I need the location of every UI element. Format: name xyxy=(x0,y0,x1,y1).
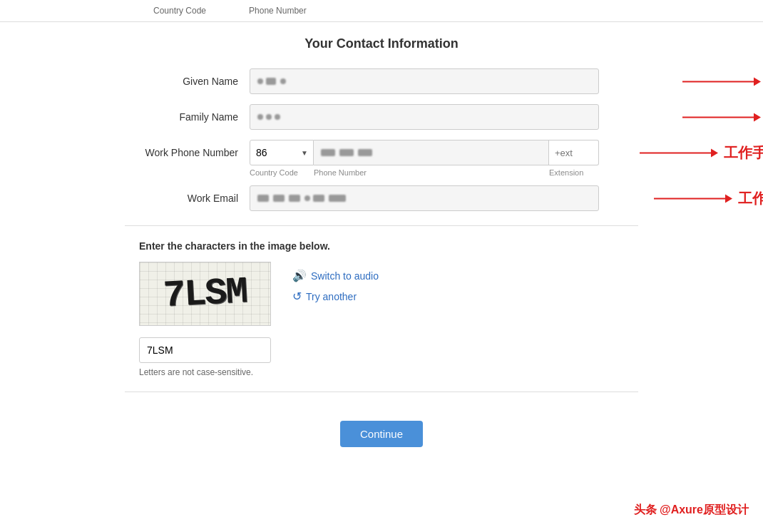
blur-dot-4 xyxy=(266,114,272,120)
email-blur-5 xyxy=(313,195,324,202)
sublabel-ext: Extension xyxy=(549,168,599,177)
arrow-line-phone xyxy=(640,148,718,157)
given-name-annotation: 名字 xyxy=(682,72,763,91)
captcha-text-display: 7LSM xyxy=(163,270,248,317)
audio-icon: 🔊 xyxy=(292,269,307,282)
arrow-head-family xyxy=(754,113,761,121)
work-email-label: Work Email xyxy=(125,193,250,204)
arrow-head-phone xyxy=(711,148,718,157)
family-name-annotation: 姓氏 xyxy=(682,108,763,127)
blur-dot-1 xyxy=(257,78,263,84)
try-another-link[interactable]: ↺ Try another xyxy=(292,290,379,303)
work-phone-annotation-text: 工作手机号 xyxy=(724,143,763,163)
phone-blur-2 xyxy=(339,149,354,156)
family-name-row: Family Name 姓氏 xyxy=(125,104,638,130)
watermark: 头条 @Axure原型设计 xyxy=(634,503,749,518)
arrow-head-given xyxy=(754,77,761,86)
captcha-image: 7LSM xyxy=(139,262,271,326)
email-blur-1 xyxy=(257,195,269,202)
family-name-label: Family Name xyxy=(125,111,250,123)
phone-sublabels: Country Code Phone Number Extension xyxy=(250,168,599,177)
blur-dot-5 xyxy=(275,114,280,120)
bottom-divider xyxy=(125,392,638,392)
captcha-input[interactable] xyxy=(139,337,271,363)
work-email-annotation-text: 工作邮箱 xyxy=(738,189,763,208)
email-blur-6 xyxy=(329,195,346,202)
switch-audio-label: Switch to audio xyxy=(311,270,379,282)
continue-button[interactable]: Continue xyxy=(340,421,423,447)
blur-rect-1 xyxy=(266,78,276,85)
given-name-input-display[interactable] xyxy=(250,68,599,94)
country-code-select[interactable]: 86 1 44 xyxy=(250,140,314,165)
work-email-input-display[interactable] xyxy=(250,185,599,211)
captcha-input-row xyxy=(139,337,638,363)
phone-blur-1 xyxy=(321,149,335,156)
work-email-row: Work Email 工作邮箱 xyxy=(125,185,638,211)
arrow-body-family xyxy=(682,116,754,118)
switch-to-audio-link[interactable]: 🔊 Switch to audio xyxy=(292,269,379,282)
try-another-label: Try another xyxy=(306,291,357,302)
continue-row: Continue xyxy=(125,406,638,454)
page-wrapper: Country Code Phone Number Your Contact I… xyxy=(0,0,763,532)
arrow-line-email xyxy=(654,194,732,203)
bottom-section: Continue xyxy=(125,392,638,454)
sublabel-phone: Phone Number xyxy=(314,168,549,177)
captcha-actions: 🔊 Switch to audio ↺ Try another xyxy=(292,262,379,303)
blur-dot-3 xyxy=(257,114,263,120)
phone-header: Country Code Phone Number xyxy=(0,0,763,22)
blur-dot-2 xyxy=(280,78,286,84)
given-name-row: Given Name 名字 xyxy=(125,68,638,94)
phone-number-header-label: Phone Number xyxy=(249,6,307,16)
email-blur-3 xyxy=(289,195,300,202)
arrow-line-family xyxy=(682,113,761,121)
captcha-instruction: Enter the characters in the image below. xyxy=(139,240,638,252)
phone-blur-3 xyxy=(358,149,372,156)
arrow-body-given xyxy=(682,81,754,82)
work-phone-annotation: 工作手机号 xyxy=(640,143,763,163)
work-phone-row: Work Phone Number 86 1 44 ▼ xyxy=(125,140,638,165)
email-blur-4 xyxy=(304,195,310,201)
section-title: Your Contact Information xyxy=(125,36,638,51)
captcha-row: 7LSM 🔊 Switch to audio ↺ Try another xyxy=(139,262,638,326)
arrow-body-email xyxy=(654,198,725,199)
captcha-section: Enter the characters in the image below.… xyxy=(125,240,638,377)
country-select-wrapper: 86 1 44 ▼ xyxy=(250,140,314,165)
given-name-label: Given Name xyxy=(125,76,250,87)
work-phone-label: Work Phone Number xyxy=(125,147,250,158)
refresh-icon: ↺ xyxy=(292,290,302,303)
main-content: Your Contact Information Given Name 名字 F… xyxy=(125,22,638,483)
work-email-annotation: 工作邮箱 xyxy=(654,189,763,208)
sublabel-country: Country Code xyxy=(250,168,314,177)
country-code-header-label: Country Code xyxy=(153,6,206,16)
arrow-body-phone xyxy=(640,152,711,153)
family-name-input-display[interactable] xyxy=(250,104,599,130)
captcha-hint: Letters are not case-sensitive. xyxy=(139,367,638,377)
email-blur-2 xyxy=(273,195,285,202)
phone-fields: 86 1 44 ▼ xyxy=(250,140,599,165)
arrow-head-email xyxy=(725,194,732,203)
top-divider xyxy=(125,225,638,226)
phone-ext-input[interactable] xyxy=(549,140,599,165)
phone-number-input-display[interactable] xyxy=(314,140,549,165)
arrow-line-given xyxy=(682,77,761,86)
